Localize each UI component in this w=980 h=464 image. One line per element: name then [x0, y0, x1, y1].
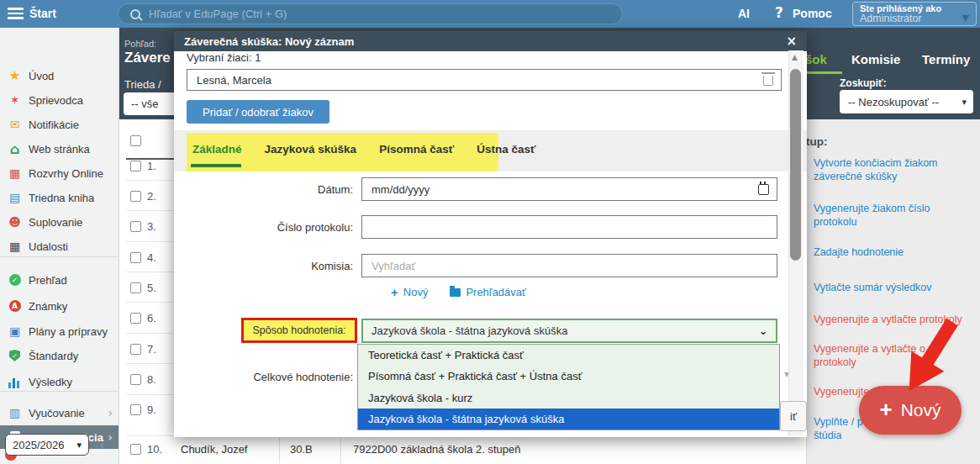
sidebar-item-vysledky[interactable]: Výsledky — [0, 370, 119, 393]
table-row[interactable]: 4. — [130, 251, 156, 264]
sidebar-item-prehlad[interactable]: Prehľad — [0, 268, 119, 292]
pupil-input[interactable] — [195, 73, 736, 87]
school-year-value: 2025/2026 — [13, 439, 64, 451]
topbar: Štart Hľadať v EduPage (Ctrl + G) AI ? P… — [0, 0, 980, 28]
sidebar-item-suplovanie[interactable]: Suplovanie — [0, 210, 119, 234]
sidebar-item-znamky[interactable]: Známky — [0, 294, 119, 318]
dropdown-option[interactable]: Písomná časť + Praktická časť + Ústna ča… — [358, 366, 779, 387]
group-by-select[interactable]: -- Nezoskupovať -- ▾ — [840, 90, 973, 113]
row-checkbox[interactable] — [130, 374, 141, 385]
hamburger-menu-icon[interactable] — [8, 8, 24, 20]
timetable-grid-icon — [8, 166, 22, 180]
dropdown-option[interactable]: Teoretická časť + Praktická časť — [358, 345, 779, 366]
table-row[interactable]: 9. — [130, 403, 156, 416]
envelope-icon — [8, 118, 22, 131]
guide-link-print-summary[interactable]: Vytlačte sumár výsledkov — [814, 281, 975, 294]
tab-jazykova-skuska[interactable]: Jazyková skúška — [265, 143, 357, 156]
new-committee-link[interactable]: +Nový — [391, 285, 428, 299]
sidebar-item-standardy[interactable]: Štandardy — [0, 344, 119, 367]
row-checkbox[interactable] — [130, 161, 141, 171]
sidebar-item-notifikacie[interactable]: Notifikácie — [0, 113, 119, 136]
table-row[interactable]: 1. — [130, 160, 156, 172]
sidebar-item-uvod[interactable]: Úvod — [0, 64, 119, 87]
row-checkbox[interactable] — [130, 191, 141, 202]
tab-zakladne[interactable]: Základné — [192, 143, 242, 156]
magic-wand-icon — [8, 93, 22, 107]
calendar-picker-icon[interactable] — [758, 184, 769, 195]
trash-icon[interactable] — [763, 76, 773, 86]
guide-panel-title-fragment: tup: — [806, 135, 827, 148]
class-filter-label-fragment: Trieda / — [124, 78, 161, 91]
scrollbar-thumb[interactable] — [790, 69, 801, 261]
dropdown-option-selected[interactable]: Jazyková škola - štátna jazyková skúška — [358, 409, 779, 430]
row-checkbox[interactable] — [130, 313, 141, 324]
row-checkbox[interactable] — [130, 221, 141, 232]
sidebar-item-sprievodca[interactable]: Sprievodca — [0, 88, 119, 112]
row-checkbox[interactable] — [130, 282, 141, 293]
table-row[interactable]: 8. — [130, 373, 156, 386]
table-row[interactable]: 2. — [130, 190, 156, 203]
school-year-select[interactable]: 2025/2026 ▾ — [5, 434, 89, 456]
selected-pupils-label: Vybraní žiaci: 1 — [187, 51, 261, 64]
rating-method-select[interactable]: Jazyková škola - štátna jazyková skúška … — [361, 319, 777, 343]
row-checkbox[interactable] — [130, 404, 141, 415]
guide-link-generate-protocol-number[interactable]: Vygenerujte žiakom číslo protokolu — [814, 202, 975, 229]
active-tab-underline — [191, 164, 241, 167]
save-button-fragment[interactable]: iť — [780, 401, 807, 431]
tab-terminy[interactable]: Termíny — [922, 52, 970, 66]
sidebar-item-web-stranka[interactable]: Web stránka — [0, 137, 119, 161]
class-book-icon — [8, 191, 22, 204]
sidebar-item-rozvrhy[interactable]: Rozvrhy Online — [0, 161, 119, 185]
row-checkbox[interactable] — [130, 444, 141, 455]
date-input[interactable] — [370, 182, 758, 197]
user-menu[interactable]: Ste prihlásený ako Administrátor ▼ — [852, 2, 977, 26]
start-menu[interactable]: Štart — [29, 7, 56, 20]
guide-link-print-protocols[interactable]: Vygenerujte a vytlačte protokoly — [814, 313, 975, 326]
chevron-down-icon: ▾ — [76, 440, 82, 451]
scroll-up-icon[interactable]: ▲ — [792, 53, 798, 61]
sidebar-item-plany[interactable]: Plány a prípravy — [0, 319, 119, 343]
rating-method-label-highlighted: Spôsob hodnotenia: — [241, 318, 357, 343]
table-row[interactable]: 3. — [130, 220, 156, 233]
protocol-number-field[interactable] — [361, 215, 777, 239]
page-title-fragment: Závere — [124, 50, 171, 66]
sidebar-item-udalosti[interactable]: Udalosti — [0, 235, 119, 258]
ai-button[interactable]: AI — [738, 7, 750, 20]
browse-committee-link[interactable]: Prehľadávať — [450, 286, 526, 298]
sidebar-item-triedna-kniha[interactable]: Triedna kniha — [0, 186, 119, 209]
guide-link-create-exams[interactable]: Vytvorte končiacim žiakom záverečné skúš… — [814, 156, 975, 184]
guide-link-print-other-protocols[interactable]: Vygenerujte a vytlačte o…a protokoly — [814, 342, 975, 370]
briefcase-icon — [8, 324, 22, 338]
pupil-field[interactable] — [187, 69, 782, 91]
tab-pisomna-cast[interactable]: Písomná časť — [379, 143, 454, 156]
table-row[interactable]: 5. — [130, 282, 156, 294]
question-mark-icon[interactable]: ? — [775, 4, 783, 21]
row-checkbox[interactable] — [130, 252, 141, 263]
tab-komisie[interactable]: Komisie — [851, 52, 900, 66]
add-remove-pupils-button[interactable]: Pridať / odobrať žiakov — [187, 100, 329, 124]
dropdown-option[interactable]: Jazyková škola - kurz — [358, 388, 779, 409]
pupil-class-cell: 30.B — [290, 443, 313, 456]
sidebar-collapse-icon[interactable]: ‹ — [99, 435, 105, 453]
close-icon[interactable]: × — [786, 35, 797, 48]
table-row[interactable]: 6. — [130, 312, 156, 324]
new-record-button[interactable]: + Nový — [859, 386, 962, 435]
help-button[interactable]: Pomoc — [793, 7, 832, 20]
table-row[interactable]: 7. — [130, 343, 156, 356]
edupage-screen: Štart Hľadať v EduPage (Ctrl + G) AI ? P… — [0, 0, 980, 464]
protocol-number-input[interactable] — [370, 220, 769, 235]
tab-skusky-fragment[interactable]: šok — [805, 52, 827, 66]
pupil-name-cell[interactable]: Chudík, Jozef — [181, 443, 248, 456]
global-search-input[interactable]: Hľadať v EduPage (Ctrl + G) — [118, 3, 623, 24]
committee-field[interactable] — [361, 254, 777, 277]
select-all-checkbox[interactable] — [130, 135, 141, 146]
sidebar-item-vyucovanie[interactable]: Vyučovanie› — [0, 401, 119, 424]
search-placeholder: Hľadať v EduPage (Ctrl + G) — [149, 8, 287, 20]
row-checkbox[interactable] — [130, 344, 141, 355]
committee-search-input[interactable] — [370, 259, 769, 273]
table-row[interactable]: 10. — [130, 443, 162, 456]
chevron-right-icon: › — [108, 430, 113, 444]
date-field[interactable] — [361, 177, 777, 201]
guide-link-enter-rating[interactable]: Zadajte hodnotenie — [814, 245, 975, 259]
tab-ustna-cast[interactable]: Ústna časť — [477, 143, 535, 156]
